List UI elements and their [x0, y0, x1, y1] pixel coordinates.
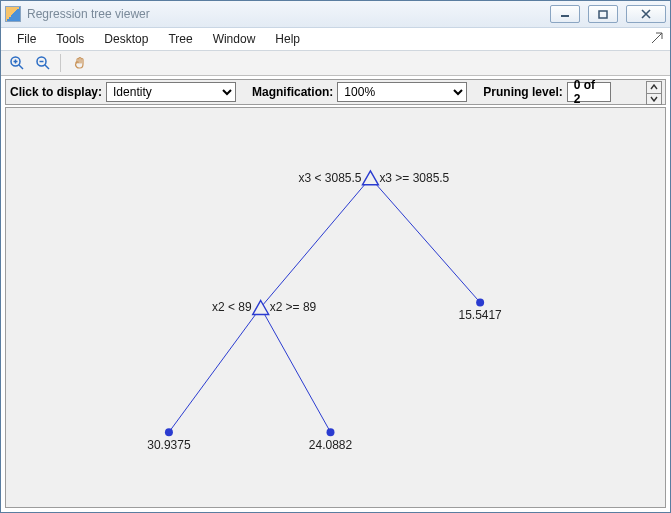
pruning-stepper — [646, 81, 662, 105]
minimize-icon — [560, 10, 570, 18]
maximize-button[interactable] — [588, 5, 618, 23]
close-button[interactable] — [626, 5, 666, 23]
left-split-left-condition: x2 < 89 — [212, 300, 252, 314]
tree-svg: x3 < 3085.5 x3 >= 3085.5 15.5417 x2 < 89… — [6, 108, 665, 507]
menu-desktop[interactable]: Desktop — [94, 30, 158, 48]
root-left-condition: x3 < 3085.5 — [299, 171, 362, 185]
menu-window[interactable]: Window — [203, 30, 266, 48]
tree-node-left-split[interactable] — [253, 301, 269, 315]
window-title: Regression tree viewer — [27, 7, 150, 21]
root-right-leaf-value: 15.5417 — [459, 308, 503, 322]
pruning-level-field: 0 of 2 — [567, 82, 611, 102]
toolbar — [1, 51, 670, 76]
menu-file[interactable]: File — [7, 30, 46, 48]
zoom-in-button[interactable] — [5, 52, 29, 74]
svg-rect-1 — [599, 11, 607, 18]
chevron-down-icon — [650, 96, 658, 102]
tree-leaf-right[interactable] — [476, 299, 484, 307]
zoom-in-icon — [9, 55, 25, 71]
tree-node-root[interactable] — [362, 171, 378, 185]
close-icon — [640, 9, 652, 19]
zoom-out-button[interactable] — [31, 52, 55, 74]
menubar: File Tools Desktop Tree Window Help — [1, 28, 670, 51]
minimize-button[interactable] — [550, 5, 580, 23]
pan-button[interactable] — [68, 52, 92, 74]
pruning-down-button[interactable] — [646, 94, 662, 106]
tree-canvas[interactable]: x3 < 3085.5 x3 >= 3085.5 15.5417 x2 < 89… — [5, 107, 666, 508]
svg-rect-0 — [561, 15, 569, 17]
svg-line-7 — [261, 308, 331, 433]
display-label: Click to display: — [10, 85, 102, 99]
magnification-select[interactable]: 100% — [337, 82, 467, 102]
hand-icon — [72, 55, 88, 71]
maximize-icon — [598, 10, 608, 19]
menu-tree[interactable]: Tree — [158, 30, 202, 48]
svg-line-6 — [169, 308, 261, 433]
pruning-up-button[interactable] — [646, 81, 662, 94]
menu-tools[interactable]: Tools — [46, 30, 94, 48]
zoom-out-icon — [35, 55, 51, 71]
options-bar: Click to display: Identity Magnification… — [5, 79, 666, 105]
left-right-leaf-value: 24.0882 — [309, 438, 353, 452]
dock-arrow-icon[interactable] — [650, 31, 664, 45]
magnification-label: Magnification: — [252, 85, 333, 99]
titlebar: Regression tree viewer — [1, 1, 670, 28]
root-right-condition: x3 >= 3085.5 — [379, 171, 449, 185]
left-left-leaf-value: 30.9375 — [147, 438, 191, 452]
svg-line-4 — [261, 178, 371, 308]
chevron-up-icon — [650, 84, 658, 90]
app-icon — [5, 6, 21, 22]
pruning-label: Pruning level: — [483, 85, 562, 99]
left-split-right-condition: x2 >= 89 — [270, 300, 317, 314]
toolbar-separator — [60, 54, 63, 72]
menu-help[interactable]: Help — [265, 30, 310, 48]
tree-leaf-left-right[interactable] — [327, 428, 335, 436]
tree-leaf-left-left[interactable] — [165, 428, 173, 436]
display-select[interactable]: Identity — [106, 82, 236, 102]
app-window: Regression tree viewer File Tools Deskto… — [0, 0, 671, 513]
svg-line-5 — [370, 178, 480, 303]
